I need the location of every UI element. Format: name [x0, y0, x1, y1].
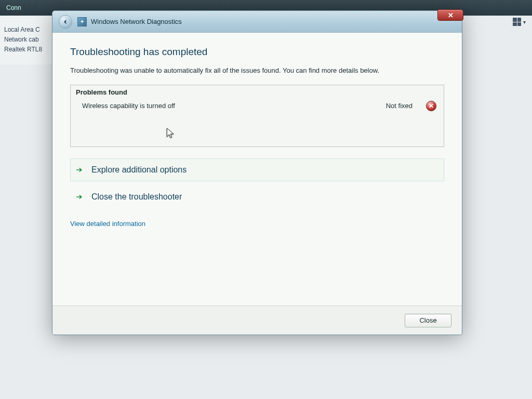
close-icon: ✕: [448, 11, 454, 19]
sidebar-text: Network cab: [4, 35, 58, 45]
close-troubleshooter-button[interactable]: Close the troubleshooter: [70, 185, 444, 208]
wizard-body: Troubleshooting has completed Troublesho…: [52, 33, 462, 305]
parent-menu-conn: Conn: [6, 4, 21, 11]
view-detailed-information-link[interactable]: View detailed information: [70, 220, 145, 228]
window-close-button[interactable]: ✕: [437, 9, 463, 21]
option-label: Close the troubleshooter: [91, 192, 182, 202]
problems-found-box: Problems found Wireless capability is tu…: [70, 85, 444, 147]
back-button[interactable]: [59, 15, 72, 29]
diagnostics-icon: ✦: [77, 17, 87, 26]
sidebar-text: Local Area C: [4, 25, 58, 35]
explore-options-button[interactable]: Explore additional options: [70, 158, 444, 181]
wizard-title: Windows Network Diagnostics: [91, 18, 182, 25]
arrow-left-icon: [62, 18, 69, 25]
page-description: Troubleshooting was unable to automatica…: [70, 66, 434, 75]
arrow-right-icon: [75, 192, 84, 202]
grid-icon: [513, 18, 521, 26]
wizard-footer: Close: [52, 305, 462, 335]
error-icon: ✕: [426, 101, 436, 111]
sidebar-text: Realtek RTL8: [4, 45, 58, 55]
option-label: Explore additional options: [91, 165, 187, 175]
problem-name: Wireless capability is turned off: [82, 102, 386, 110]
wizard-window: ✦ Windows Network Diagnostics ✕ Troubles…: [52, 10, 462, 335]
page-heading: Troubleshooting has completed: [70, 46, 444, 58]
problem-row[interactable]: Wireless capability is turned off Not fi…: [71, 98, 444, 122]
close-button[interactable]: Close: [405, 314, 451, 327]
problem-status: Not fixed: [386, 102, 413, 110]
wizard-titlebar[interactable]: ✦ Windows Network Diagnostics ✕: [52, 11, 462, 33]
chevron-down-icon: ▾: [523, 19, 526, 25]
view-toggle[interactable]: ▾: [511, 16, 528, 28]
problems-found-header: Problems found: [71, 85, 444, 98]
arrow-right-icon: [75, 165, 84, 175]
